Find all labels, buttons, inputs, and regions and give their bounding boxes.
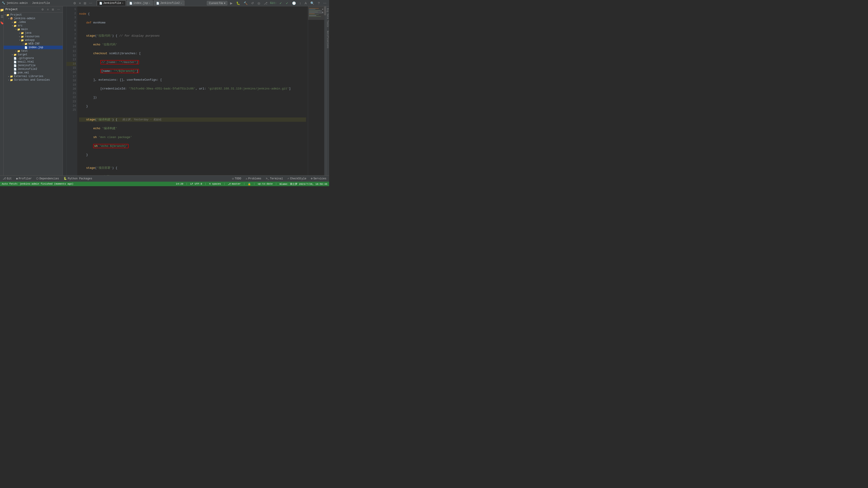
tab-close-jenkinsfile[interactable]: ✕ [122,2,123,4]
project-layout-btn[interactable]: ≡ [46,7,50,11]
tab-index-jsp[interactable]: 📄 index.jsp ✕ [127,0,153,6]
folder-icon: 📁 [10,78,13,82]
profiler-tool[interactable]: ◉ Profiler [16,176,33,181]
search-button[interactable]: 🔍 [309,1,315,5]
arrow-icon: ▾ [8,17,9,20]
code-line-18: } [79,153,306,157]
tree-project[interactable]: ▾ 📁 Project [4,13,63,17]
git-update-button[interactable]: ✓ [278,1,283,5]
dropdown-icon: ▾ [224,2,225,5]
tree-jenkins-admin[interactable]: ▾ 📦 jenkins-admin [4,17,63,20]
time-text: 14:20 [176,183,183,185]
services-tool[interactable]: ⚙ Services [310,176,327,181]
git-status: up-to-date [258,183,273,185]
tree-java[interactable]: ▸ 📁 java [4,31,63,35]
vcs-button[interactable]: ⎇ [263,1,268,5]
tab-icon-jenkinsfile: 📄 [99,2,102,5]
code-line-15: echo '编译构建' [79,126,306,131]
structure-icon[interactable]: ☰ [0,15,4,18]
tree-index-jsp[interactable]: ▸ 📄 index.jsp [4,46,63,49]
lock-icon-status: 🔒 [248,183,251,186]
tab-close-jenkinsfile2[interactable]: ✕ [181,2,182,4]
tree-label: src [18,24,23,27]
tree-jenkinsfile[interactable]: ▸ 📄 Jenkinsfile [4,64,63,67]
code-line-11: ]) [79,95,306,100]
tree-web-inf[interactable]: ▸ 📁 WEB-INF [4,42,63,46]
git-file-icon: 📄 [13,57,17,60]
git-annotate-button[interactable]: ↕ [299,1,302,5]
tree-external-libs[interactable]: ▸ 📁 External Libraries [4,74,63,78]
main-area: 📁 ☰ 🔖 Project ⚙ ≡ ⊞ ⋯ ▾ 📁 Project ▾ 📦 je… [0,6,329,175]
app-title: jenkins-admin [6,2,28,5]
more-button[interactable]: ⋯ [88,1,93,5]
arrow-spacer: ▸ [12,71,13,74]
checkstyle-tool[interactable]: ✓ CheckStyle [287,176,307,181]
checkstyle-tool-icon: ✓ [287,177,289,180]
tree-idea[interactable]: ▸ 📁 .idea [4,20,63,24]
more-actions-button[interactable]: ⋯ [322,1,327,5]
folder-icon: 📁 [21,35,24,38]
git-history-button[interactable]: 🕐 [291,1,297,5]
translate-button[interactable]: A [304,1,308,5]
tree-main[interactable]: ▾ 📁 main [4,28,63,31]
tab-label-jenkinsfile2: Jenkinsfile2 [160,2,180,5]
tree-gitignore[interactable]: ▸ 📄 .gitignore [4,57,63,60]
scroll-down-icon[interactable]: ▼ [322,11,323,13]
services-tool-icon: ⚙ [311,177,312,180]
encoding-status[interactable]: LF UTF-8 [190,183,202,185]
rerun-button[interactable]: ↺ [250,1,255,5]
help-button[interactable]: ? [317,1,320,5]
todo-tool[interactable]: ☑ TODO [231,176,242,181]
arrow-spacer: ▸ [12,68,13,70]
profiler-tool-icon: ◉ [16,177,18,180]
bookmarks-icon[interactable]: 🔖 [0,21,4,25]
scroll-up-icon[interactable]: ▲ [322,8,323,10]
code-editor[interactable]: node { def mvnHome stage('拉取代码') { // fo… [77,6,308,175]
tree-pom-xml[interactable]: ▸ 📄 pom.xml [4,71,63,74]
git-push-button[interactable]: ✓ [285,1,289,5]
tree-src[interactable]: ▾ 📁 src [4,24,63,28]
scrollbar-thumb[interactable] [324,6,326,15]
folder-icon: 📁 [24,42,28,45]
gutter-line [63,21,66,25]
current-file-button[interactable]: Current File ▾ [207,1,227,5]
tab-close-index-jsp[interactable]: ✕ [149,2,150,4]
project-more-btn[interactable]: ⋯ [56,7,61,11]
build-button[interactable]: 🔨 [243,1,248,5]
spaces-status[interactable]: 4 spaces [209,183,221,185]
coverage-button[interactable]: ◎ [256,1,261,5]
settings-button[interactable]: ⚙ [72,1,77,5]
project-split-btn[interactable]: ⊞ [51,7,55,11]
layout-button[interactable]: ≡ [78,1,82,5]
problems-tool-label: Problems [248,177,261,180]
tab-jenkinsfile[interactable]: 📄 Jenkinsfile ✕ [97,0,126,6]
services-tool-label: Services [313,177,327,180]
terminal-tool[interactable]: >_ Terminal [265,177,284,181]
split-button[interactable]: ⊞ [83,1,87,5]
run-button[interactable]: ▶ [229,1,234,5]
dependencies-tool[interactable]: ⬡ Dependencies [35,176,60,181]
tree-label: main [21,28,28,31]
git-tool[interactable]: ⎇ Git [2,176,13,181]
python-tool[interactable]: 🐍 Python Packages [63,176,93,181]
gutter-line [63,30,66,34]
tree-webapp[interactable]: ▾ 📁 webapp [4,38,63,42]
tree-scratches-consoles[interactable]: ▸ 📁 Scratches and Consoles [4,78,63,82]
tree-jenkinsfile2[interactable]: ▸ 📄 Jenkinsfile2 [4,67,63,71]
arrow-spacer: ▸ [12,64,13,67]
tab-jenkinsfile2[interactable]: 📄 Jenkinsfile2 ✕ [154,0,184,6]
big-data-tools-label[interactable]: Big Data Tools [327,8,329,27]
debug-button[interactable]: 🐛 [235,1,241,5]
project-settings-btn[interactable]: ⚙ [40,7,45,11]
tree-resources[interactable]: ▸ 📁 resources [4,35,63,38]
branch-status[interactable]: ⎇ master [228,183,241,186]
arrow-icon: ▸ [19,35,20,38]
notifications-label[interactable]: Notifications [327,31,329,48]
tree-test[interactable]: ▸ 📁 test [4,49,63,53]
code-line-9: ], extensions: [], userRemoteConfigs: [ [79,78,306,82]
tree-email-html[interactable]: ▸ 📄 email.html [4,60,63,64]
tree-target[interactable]: ▸ 📁 target [4,53,63,57]
problems-tool[interactable]: ⚠ Problems [245,176,262,181]
project-label: Project [5,8,18,11]
project-icon[interactable]: 📁 [0,8,4,12]
